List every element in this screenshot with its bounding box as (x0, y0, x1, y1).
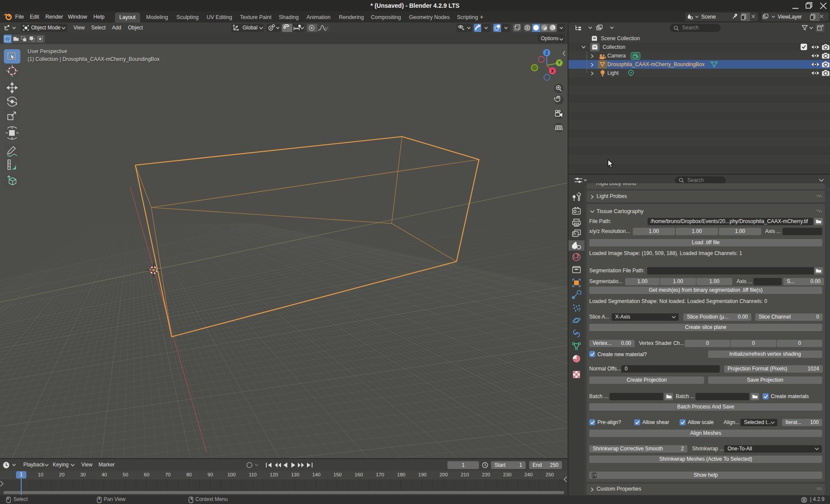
svg-text:Y: Y (558, 61, 561, 65)
svg-text:Z: Z (546, 51, 548, 55)
svg-text:?: ? (594, 473, 596, 478)
svg-text:X: X (551, 69, 554, 73)
